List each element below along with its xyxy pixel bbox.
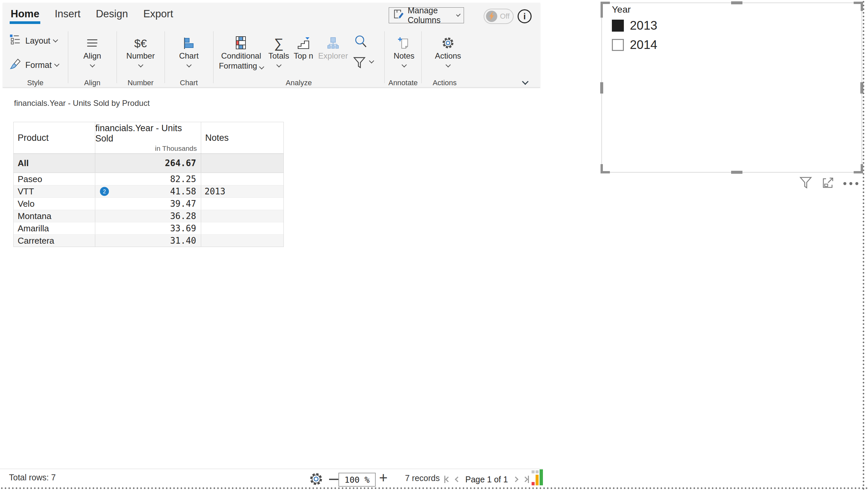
resize-handle[interactable] bbox=[601, 164, 603, 173]
analyze-group-label: Analyze bbox=[277, 79, 321, 87]
number-group-label: Number bbox=[119, 79, 162, 87]
conditional-formatting-label-line2: Formatting bbox=[219, 61, 257, 70]
manage-columns-icon bbox=[393, 9, 405, 22]
value-cell: 2 41.58 bbox=[95, 186, 201, 197]
top-n-button-label: Top n bbox=[294, 51, 313, 61]
tab-home[interactable]: Home bbox=[11, 8, 39, 24]
column-header-notes[interactable]: Notes bbox=[201, 122, 284, 153]
layout-icon bbox=[9, 33, 22, 48]
align-button[interactable]: Align bbox=[74, 34, 110, 68]
zoom-out-button[interactable] bbox=[329, 479, 338, 480]
explorer-tree-icon bbox=[326, 34, 340, 50]
format-button[interactable]: Format bbox=[9, 58, 59, 72]
note-count-badge[interactable]: 2 bbox=[100, 187, 109, 196]
tab-insert[interactable]: Insert bbox=[55, 8, 81, 24]
total-notes-cell bbox=[201, 154, 284, 172]
total-rows-label: Total rows: 7 bbox=[9, 473, 56, 483]
layout-button[interactable]: Layout bbox=[9, 33, 57, 48]
product-cell: Carretera bbox=[14, 235, 95, 246]
gear-icon bbox=[441, 34, 455, 50]
gear-icon bbox=[308, 482, 324, 488]
layout-button-label: Layout bbox=[25, 36, 50, 46]
visual-title: financials.Year - Units Sold by Product bbox=[14, 99, 149, 108]
table-row[interactable]: Carretera 31.40 bbox=[14, 234, 284, 246]
notes-cell bbox=[201, 235, 284, 246]
total-value-cell: 264.67 bbox=[95, 154, 201, 172]
bar-chart-icon bbox=[182, 34, 195, 50]
lightning-bolt-icon bbox=[486, 10, 497, 22]
align-lines-icon bbox=[86, 34, 99, 50]
year-slicer-visual[interactable]: Year 2013 2014 bbox=[602, 3, 862, 172]
power-toggle-label: Off bbox=[500, 12, 510, 21]
number-button[interactable]: $€ Number bbox=[122, 34, 159, 68]
slicer-option-label: 2014 bbox=[630, 38, 657, 52]
actions-button[interactable]: Actions bbox=[430, 34, 466, 68]
filter-button[interactable] bbox=[352, 56, 373, 71]
slicer-option-2013[interactable]: 2013 bbox=[612, 19, 657, 32]
tab-export[interactable]: Export bbox=[143, 8, 173, 24]
explorer-button[interactable]: Explorer bbox=[315, 34, 351, 61]
power-toggle[interactable]: Off bbox=[483, 9, 514, 24]
totals-button-label: Totals bbox=[268, 51, 289, 61]
explorer-button-label: Explorer bbox=[318, 51, 348, 61]
search-icon bbox=[353, 45, 368, 50]
zoom-level-input[interactable]: 100 % bbox=[338, 473, 376, 487]
tab-design[interactable]: Design bbox=[96, 8, 128, 24]
first-page-button[interactable] bbox=[444, 476, 450, 483]
resize-handle[interactable] bbox=[601, 2, 603, 18]
resize-handle[interactable] bbox=[600, 82, 603, 93]
more-options-icon[interactable] bbox=[843, 182, 858, 185]
table-row[interactable]: Montana 36.28 bbox=[14, 210, 284, 222]
slicer-option-2014[interactable]: 2014 bbox=[612, 38, 657, 51]
pagination: Page 1 of 1 bbox=[444, 472, 529, 487]
records-count: 7 records bbox=[405, 473, 440, 483]
search-button[interactable] bbox=[353, 34, 368, 50]
visual-hover-toolbar bbox=[799, 176, 858, 191]
filter-funnel-icon bbox=[352, 56, 366, 71]
resize-handle[interactable] bbox=[731, 171, 742, 174]
group-divider bbox=[165, 31, 165, 83]
notes-icon bbox=[397, 34, 411, 50]
conditional-formatting-icon bbox=[234, 34, 248, 50]
last-page-button[interactable] bbox=[523, 476, 529, 483]
product-cell: Amarilla bbox=[14, 222, 95, 234]
top-n-stairs-icon bbox=[297, 34, 310, 50]
manage-columns-button[interactable]: Manage Columns bbox=[389, 7, 464, 23]
top-n-button[interactable]: Top n bbox=[288, 34, 319, 61]
notes-cell bbox=[201, 173, 284, 185]
notes-button[interactable]: Notes bbox=[386, 34, 422, 68]
chevron-down-icon bbox=[276, 62, 282, 68]
notes-cell: 2013 bbox=[201, 186, 284, 197]
notes-cell bbox=[201, 198, 284, 210]
actions-button-label: Actions bbox=[435, 51, 461, 61]
table-header-row: Product financials.Year - Units Sold in … bbox=[14, 122, 284, 154]
chevron-down-icon bbox=[456, 12, 461, 17]
table-row[interactable]: Amarilla 33.69 bbox=[14, 222, 284, 234]
chevron-down-icon bbox=[186, 62, 191, 68]
table-row[interactable]: Velo 39.47 bbox=[14, 197, 284, 210]
table-row[interactable]: Paseo 82.25 bbox=[14, 173, 284, 185]
inforiver-logo bbox=[532, 469, 543, 487]
page-edge-right bbox=[863, 0, 864, 491]
column-header-product[interactable]: Product bbox=[14, 122, 95, 153]
previous-page-button[interactable] bbox=[455, 477, 461, 483]
status-bar-divider bbox=[0, 469, 543, 469]
collapse-ribbon-chevron-icon[interactable] bbox=[522, 78, 529, 85]
resize-handle[interactable] bbox=[731, 1, 742, 4]
info-icon[interactable]: i bbox=[518, 9, 532, 23]
column-header-value[interactable]: financials.Year - Units Sold in Thousand… bbox=[95, 122, 201, 153]
table-row-total[interactable]: All 264.67 bbox=[14, 154, 284, 173]
column-header-value-title: financials.Year - Units Sold bbox=[95, 123, 197, 144]
chart-button[interactable]: Chart bbox=[170, 34, 207, 68]
checkbox-unchecked-icon[interactable] bbox=[612, 39, 624, 51]
focus-mode-icon[interactable] bbox=[821, 176, 835, 191]
table-row[interactable]: VTT 2 41.58 2013 bbox=[14, 185, 284, 197]
checkbox-checked-icon[interactable] bbox=[612, 20, 624, 31]
table-settings-button[interactable] bbox=[308, 471, 324, 488]
data-table: Product financials.Year - Units Sold in … bbox=[13, 122, 284, 247]
ribbon: Home Insert Design Export Layout Format bbox=[3, 3, 540, 88]
zoom-in-button[interactable]: + bbox=[379, 469, 388, 486]
next-page-button[interactable] bbox=[513, 477, 518, 483]
visual-filter-icon[interactable] bbox=[799, 176, 813, 191]
value-cell: 33.69 bbox=[95, 222, 201, 234]
